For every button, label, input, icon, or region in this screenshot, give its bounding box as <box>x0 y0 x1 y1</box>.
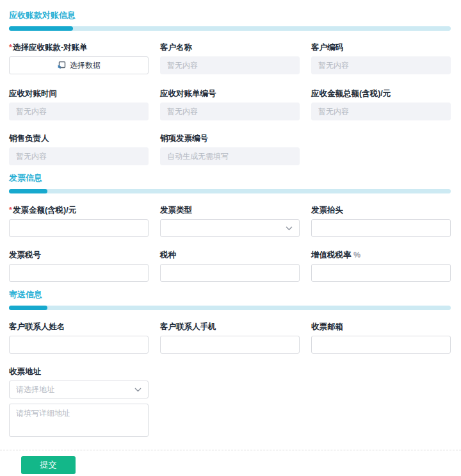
reconciliation-time-input[interactable] <box>9 103 149 120</box>
section-progress-fill <box>9 189 47 193</box>
invoice-type-select[interactable] <box>160 219 300 237</box>
field-invoice-amount: *发票金额(含税)/元 <box>9 205 149 237</box>
field-sales-invoice-no: 销项发票编号 <box>160 133 300 165</box>
vat-rate-input[interactable] <box>311 264 451 282</box>
field-label: 税种 <box>160 250 300 261</box>
total-amount-input[interactable] <box>311 103 451 120</box>
required-mark: * <box>9 206 12 215</box>
chevron-down-icon <box>286 226 293 231</box>
customer-code-input[interactable] <box>311 56 451 74</box>
field-label: 客户名称 <box>160 42 300 53</box>
sales-owner-input[interactable] <box>9 147 149 165</box>
field-vat-rate: 增值税税率 % <box>311 250 451 282</box>
field-label: 销项发票编号 <box>160 133 300 144</box>
field-contact-phone: 客户联系人手机 <box>160 322 300 354</box>
field-label: 收票邮箱 <box>311 322 451 332</box>
sales-invoice-no-input[interactable] <box>160 147 300 165</box>
field-invoice-title: 发票抬头 <box>311 205 451 237</box>
field-label: 客户编码 <box>311 42 451 53</box>
field-label: 应收对账单编号 <box>160 88 300 99</box>
field-label: 发票抬头 <box>311 205 451 216</box>
contact-name-input[interactable] <box>9 336 149 354</box>
field-label: 客户联系人姓名 <box>9 322 149 332</box>
form-row: 客户联系人姓名 客户联系人手机 收票邮箱 <box>9 322 451 354</box>
select-data-icon <box>57 61 66 70</box>
field-invoice-tax-no: 发票税号 <box>9 250 149 282</box>
percent-suffix: % <box>353 250 360 259</box>
section-receivable-header: 应收账款对账信息 <box>9 10 451 31</box>
field-reconciliation-no: 应收对账单编号 <box>160 88 300 120</box>
section-title-receivable: 应收账款对账信息 <box>9 10 451 21</box>
field-reconciliation-picker: *选择应收账款-对账单 选择数据 <box>9 42 149 74</box>
submit-button[interactable]: 提交 <box>21 456 76 474</box>
form-row: 发票税号 税种 增值税税率 % <box>9 250 451 282</box>
section-progress-track <box>9 189 451 193</box>
invoice-apply-page: 应收账款对账信息 *选择应收账款-对账单 选择数据 <box>0 10 461 476</box>
invoice-amount-input[interactable] <box>9 219 149 237</box>
section-progress-fill <box>9 306 47 310</box>
form-row: *选择应收账款-对账单 选择数据 客户名称 <box>9 42 451 74</box>
field-reconciliation-time: 应收对账时间 <box>9 88 149 120</box>
receipt-email-input[interactable] <box>311 336 451 354</box>
form-row: 收票地址 请选择地址 <box>9 366 451 437</box>
section-delivery-header: 寄送信息 <box>9 290 451 310</box>
customer-name-input[interactable] <box>160 56 300 74</box>
form-row: *发票金额(含税)/元 发票类型 发票抬头 <box>9 205 451 237</box>
field-invoice-type: 发票类型 <box>160 205 300 237</box>
form-footer: 提交 <box>0 450 461 474</box>
required-mark: * <box>9 43 12 52</box>
section-title-delivery: 寄送信息 <box>9 290 451 300</box>
section-invoice-header: 发票信息 <box>9 173 451 193</box>
contact-phone-input[interactable] <box>160 336 300 354</box>
select-data-button-label: 选择数据 <box>70 60 101 71</box>
invoice-title-input[interactable] <box>311 219 451 237</box>
field-label: 客户联系人手机 <box>160 322 300 332</box>
tax-type-input[interactable] <box>160 264 300 282</box>
section-progress-track <box>9 26 451 31</box>
address-detail-textarea[interactable] <box>9 404 149 437</box>
field-receipt-address: 收票地址 请选择地址 <box>9 366 149 437</box>
field-receipt-email: 收票邮箱 <box>311 322 451 354</box>
section-title-invoice: 发票信息 <box>9 173 451 183</box>
select-data-button[interactable]: 选择数据 <box>9 56 149 74</box>
section-progress-track <box>9 306 451 310</box>
field-label: 收票地址 <box>9 366 149 377</box>
field-contact-name: 客户联系人姓名 <box>9 322 149 354</box>
field-label: *发票金额(含税)/元 <box>9 205 149 216</box>
field-label: 销售负责人 <box>9 133 149 144</box>
form-row: 销售负责人 销项发票编号 <box>9 133 451 165</box>
field-sales-owner: 销售负责人 <box>9 133 149 165</box>
invoice-tax-no-input[interactable] <box>9 264 149 282</box>
chevron-down-icon <box>134 388 142 392</box>
field-label: 增值税税率 % <box>311 250 451 261</box>
field-customer-name: 客户名称 <box>160 42 300 74</box>
field-label: 发票类型 <box>160 205 300 216</box>
spacer-col <box>311 133 451 165</box>
form-row: 应收对账时间 应收对账单编号 应收金额总额(含税)/元 <box>9 88 451 120</box>
receipt-address-placeholder: 请选择地址 <box>16 384 54 395</box>
receipt-address-select[interactable]: 请选择地址 <box>9 381 149 398</box>
field-customer-code: 客户编码 <box>311 42 451 74</box>
field-label: 应收对账时间 <box>9 88 149 99</box>
field-label: *选择应收账款-对账单 <box>9 42 149 53</box>
field-tax-type: 税种 <box>160 250 300 282</box>
field-label: 应收金额总额(含税)/元 <box>311 88 451 99</box>
field-total-amount: 应收金额总额(含税)/元 <box>311 88 451 120</box>
field-label: 发票税号 <box>9 250 149 261</box>
reconciliation-no-input[interactable] <box>160 103 300 120</box>
section-progress-fill <box>9 26 73 31</box>
